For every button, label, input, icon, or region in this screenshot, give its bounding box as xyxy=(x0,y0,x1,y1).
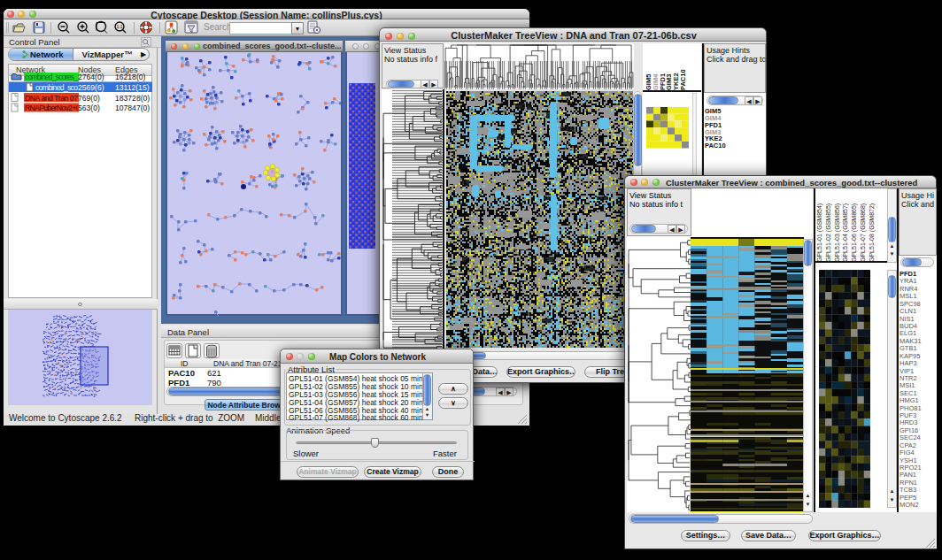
svg-text:769(0): 769(0) xyxy=(78,94,100,103)
svg-text:2764(0): 2764(0) xyxy=(78,73,104,81)
svg-text:16218(0): 16218(0) xyxy=(115,73,146,81)
svg-text:DNA and Tran 07: DNA and Tran 07 xyxy=(25,94,78,103)
svg-text:1:1: 1:1 xyxy=(117,24,123,29)
svg-text:2569(6): 2569(6) xyxy=(78,83,104,92)
svg-text:107847(0): 107847(0) xyxy=(115,104,150,112)
svg-text:563(0): 563(0) xyxy=(78,104,100,112)
svg-text:combined_sco: combined_sco xyxy=(35,83,78,92)
svg-text:13112(15): 13112(15) xyxy=(115,83,150,92)
svg-text:183728(0): 183728(0) xyxy=(115,94,150,103)
svg-text:combined_scores_: combined_scores_ xyxy=(25,73,78,81)
svg-text:RNAPuberNov2+I: RNAPuberNov2+I xyxy=(25,104,78,112)
